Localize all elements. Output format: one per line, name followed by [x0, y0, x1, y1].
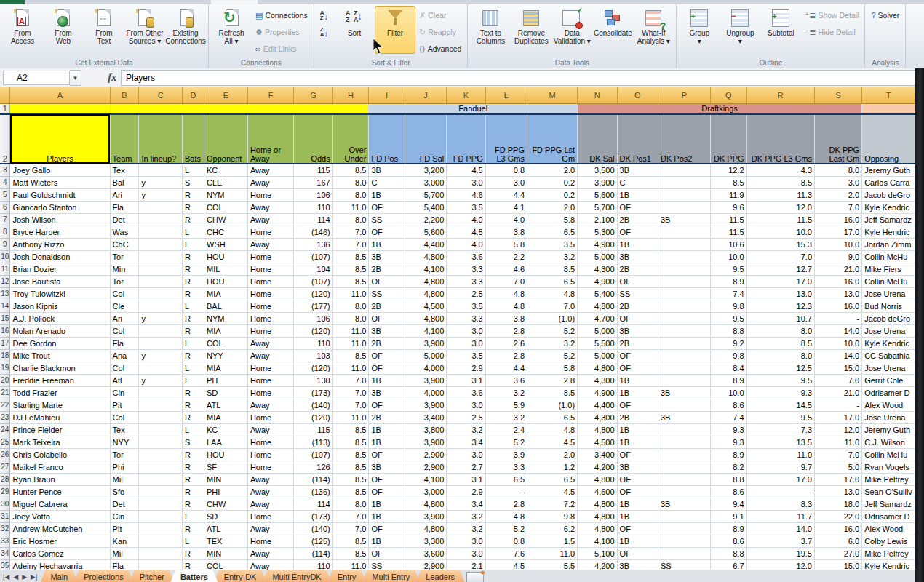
cell-F6[interactable]: Away: [247, 201, 293, 213]
cell-I18[interactable]: OF: [369, 349, 405, 362]
consolidate-button[interactable]: Consolidate: [592, 6, 633, 54]
cell-K31[interactable]: 3.2: [447, 510, 485, 522]
cell-C13[interactable]: [139, 287, 183, 300]
cell-Q12[interactable]: 8.9: [711, 275, 747, 287]
cell-F24[interactable]: Away: [247, 423, 293, 436]
cell-K20[interactable]: 3.1: [447, 374, 485, 386]
cell-G13[interactable]: (120): [294, 287, 333, 300]
cell-T10[interactable]: Collin McHu: [862, 250, 915, 263]
cell-Q26[interactable]: 8.9: [711, 448, 747, 461]
column-header-B[interactable]: B: [110, 87, 139, 103]
cell-P13[interactable]: [658, 287, 710, 300]
cell-M24[interactable]: 4.8: [527, 423, 578, 436]
cell-R9[interactable]: 15.3: [746, 238, 814, 250]
cell-I12[interactable]: OF: [369, 275, 405, 287]
cell-K3[interactable]: 4.5: [447, 164, 485, 176]
cell-O21[interactable]: 1B: [617, 386, 658, 399]
cell-S22[interactable]: -: [815, 399, 862, 411]
cell-L18[interactable]: 2.8: [485, 349, 527, 362]
cell-G31[interactable]: (173): [294, 510, 333, 522]
cell-L23[interactable]: 3.2: [485, 411, 527, 423]
cell-G19[interactable]: (120): [294, 362, 333, 374]
cell-L30[interactable]: 2.8: [485, 498, 527, 510]
cell-O9[interactable]: 1B: [617, 238, 658, 250]
cell-B23[interactable]: Col: [110, 411, 139, 423]
cell-S23[interactable]: 17.0: [815, 411, 862, 423]
cell-C32[interactable]: [139, 522, 183, 535]
cell-M5[interactable]: 0.2: [527, 188, 578, 201]
cell-S19[interactable]: 15.0: [815, 362, 862, 374]
cell-B27[interactable]: Phi: [110, 461, 139, 473]
cell-T33[interactable]: Colby Lewis: [862, 535, 915, 547]
cell-C16[interactable]: [139, 324, 183, 337]
cell-R5[interactable]: 11.3: [746, 188, 814, 201]
cell-G5[interactable]: 106: [294, 188, 333, 201]
cell-N26[interactable]: 3,400: [578, 448, 618, 461]
field-header-opposing[interactable]: Opposing: [862, 114, 915, 164]
cell-M4[interactable]: 0.2: [527, 176, 578, 188]
cell-K26[interactable]: 3.0: [447, 448, 485, 461]
cell-R23[interactable]: 9.5: [746, 411, 814, 423]
cell-S13[interactable]: 13.0: [815, 287, 862, 300]
cell-L14[interactable]: 4.8: [485, 300, 527, 312]
row-header-32[interactable]: 32: [0, 522, 10, 535]
cell-I13[interactable]: SS: [369, 287, 405, 300]
cell-M20[interactable]: 2.8: [527, 374, 578, 386]
cell-D3[interactable]: L: [183, 164, 204, 176]
row-header-7[interactable]: 7: [0, 213, 10, 226]
cell-T22[interactable]: Alex Wood: [862, 399, 915, 411]
cell-S15[interactable]: -: [815, 312, 862, 324]
cell-L12[interactable]: 7.0: [485, 275, 527, 287]
cell-B25[interactable]: NYY: [110, 436, 139, 448]
cell-I32[interactable]: OF: [369, 522, 405, 535]
cell-J17[interactable]: 3,900: [405, 337, 446, 349]
cell-Q31[interactable]: 9.1: [711, 510, 747, 522]
cell-O29[interactable]: OF: [617, 485, 658, 498]
cell-P20[interactable]: [658, 374, 710, 386]
sheet-tab-main[interactable]: Main: [40, 570, 78, 582]
cell-D32[interactable]: R: [183, 522, 204, 535]
column-header-D[interactable]: D: [183, 87, 204, 103]
cell-A26[interactable]: Chris Colabello: [10, 448, 110, 461]
cell-N20[interactable]: 4,300: [578, 374, 618, 386]
cell-P4[interactable]: [658, 176, 710, 188]
cell-T26[interactable]: Collin McHu: [862, 448, 915, 461]
cell-Q27[interactable]: 8.2: [711, 461, 747, 473]
row-header-33[interactable]: 33: [0, 535, 10, 547]
cell-C21[interactable]: [139, 386, 183, 399]
column-header-J[interactable]: J: [405, 87, 446, 103]
refresh-all-button[interactable]: ↻Refresh All ▾: [211, 6, 252, 54]
cell-A16[interactable]: Nolan Arenado: [10, 324, 110, 337]
cell-E26[interactable]: HOU: [204, 448, 248, 461]
cell-D23[interactable]: R: [183, 411, 204, 423]
cell-C12[interactable]: [139, 275, 183, 287]
cell-L25[interactable]: 5.2: [485, 436, 527, 448]
cell-F17[interactable]: Away: [247, 337, 293, 349]
cell-A27[interactable]: Maikel Franco: [10, 461, 110, 473]
cell-K6[interactable]: 3.5: [447, 201, 485, 213]
cell-I17[interactable]: 2B: [369, 337, 405, 349]
cell-K17[interactable]: 3.0: [447, 337, 485, 349]
cell-M35[interactable]: 5.5: [527, 559, 578, 570]
cell-I23[interactable]: 2B: [369, 411, 405, 423]
cell-H29[interactable]: 8.5: [332, 485, 369, 498]
cell-E20[interactable]: PIT: [204, 374, 248, 386]
cell-T25[interactable]: C.J. Wilson: [862, 436, 915, 448]
cell-I31[interactable]: 1B: [369, 510, 405, 522]
cell-B10[interactable]: Tor: [110, 250, 139, 263]
cell-Q11[interactable]: 9.5: [711, 263, 747, 275]
cell-O20[interactable]: 1B: [617, 374, 658, 386]
properties-button[interactable]: ⚙Properties: [252, 24, 311, 40]
cell-A28[interactable]: Ryan Braun: [10, 473, 110, 485]
cell-L20[interactable]: 3.6: [485, 374, 527, 386]
cell-N28[interactable]: 4,800: [578, 473, 618, 485]
cell-P9[interactable]: [658, 238, 710, 250]
cell-O33[interactable]: 1B: [617, 535, 658, 547]
cell-I22[interactable]: OF: [369, 399, 405, 411]
field-header-fd-ppg[interactable]: FD PPG: [447, 114, 485, 164]
cell-P23[interactable]: 3B: [658, 411, 710, 423]
cell-T12[interactable]: Collin McHu: [862, 275, 915, 287]
cell-I4[interactable]: C: [369, 176, 405, 188]
field-header-dk-ppg[interactable]: DK PPG: [711, 114, 747, 164]
cell-K27[interactable]: 2.7: [447, 461, 485, 473]
